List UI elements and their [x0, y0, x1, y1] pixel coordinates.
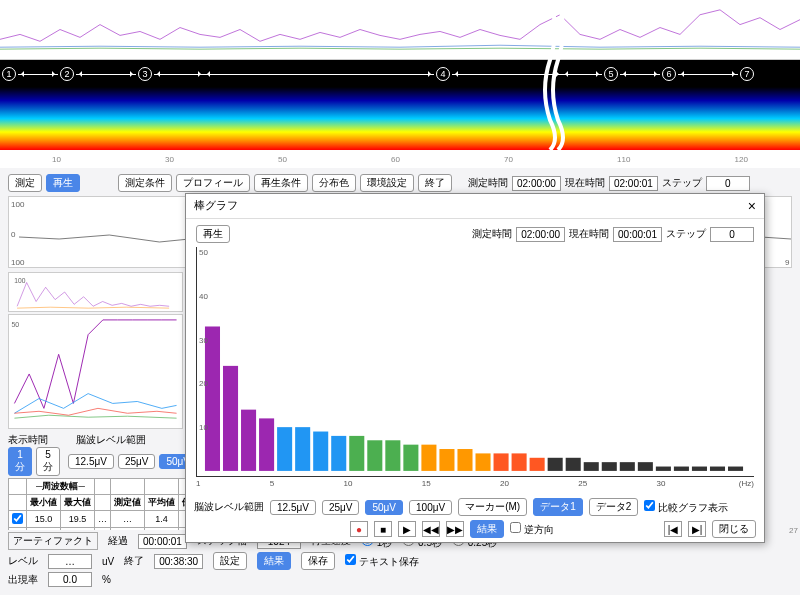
- modal-marker[interactable]: マーカー(M): [458, 498, 527, 516]
- btn-exit[interactable]: 終了: [418, 174, 452, 192]
- svg-text:0: 0: [11, 230, 16, 239]
- main-toolbar: 測定 再生 測定条件 プロフィール 再生条件 分布色 環境設定 終了 測定時間 …: [8, 172, 792, 194]
- modal-data2[interactable]: データ2: [589, 498, 639, 516]
- svg-rect-6: [205, 326, 220, 470]
- modal-title: 棒グラフ: [194, 198, 238, 214]
- svg-rect-27: [584, 462, 599, 471]
- marker-3: 3: [138, 67, 152, 81]
- next-icon[interactable]: ▶▶: [446, 521, 464, 537]
- break-wave-icon: [540, 0, 570, 150]
- svg-rect-9: [259, 418, 274, 471]
- btn-range-12[interactable]: 12.5μV: [68, 454, 114, 469]
- close-icon[interactable]: ×: [748, 198, 756, 214]
- svg-rect-13: [331, 436, 346, 471]
- spectrogram-markers: 1 2 3 4 5 6 7: [0, 64, 800, 84]
- tab-measure[interactable]: 測定: [8, 174, 42, 192]
- svg-text:40: 40: [199, 292, 208, 301]
- svg-rect-22: [494, 453, 509, 471]
- svg-rect-35: [728, 467, 743, 471]
- chart-lines-color: 50: [8, 314, 183, 429]
- modal-close-btn[interactable]: 閉じる: [712, 520, 756, 538]
- chk-textsave[interactable]: テキスト保存: [345, 554, 419, 569]
- stop-icon[interactable]: ■: [374, 521, 392, 537]
- lbl-measure-time: 測定時間: [468, 176, 508, 190]
- modal-step: 0: [710, 227, 754, 242]
- svg-rect-19: [439, 449, 454, 471]
- svg-rect-34: [710, 467, 725, 471]
- btn-range-25[interactable]: 25μV: [118, 454, 156, 469]
- lbl-step: ステップ: [662, 176, 702, 190]
- lbl-display-time: 表示時間: [8, 433, 48, 447]
- val-current-time: 02:00:01: [609, 176, 658, 191]
- btn-save[interactable]: 保存: [301, 552, 335, 570]
- svg-rect-16: [385, 440, 400, 471]
- svg-rect-25: [548, 458, 563, 471]
- svg-rect-30: [638, 462, 653, 471]
- svg-rect-32: [674, 467, 689, 471]
- modal-btn-playback[interactable]: 再生: [196, 225, 230, 243]
- btn-profile[interactable]: プロフィール: [176, 174, 250, 192]
- modal-range-25[interactable]: 25μV: [322, 500, 360, 515]
- chk-reverse[interactable]: 逆方向: [510, 522, 554, 537]
- btn-env[interactable]: 環境設定: [360, 174, 414, 192]
- play-icon[interactable]: ▶: [398, 521, 416, 537]
- modal-range-100[interactable]: 100μV: [409, 500, 452, 515]
- val-elapsed: 00:00:01: [138, 534, 187, 549]
- record-icon[interactable]: ●: [350, 521, 368, 537]
- val-step: 0: [706, 176, 750, 191]
- modal-result[interactable]: 結果: [470, 520, 504, 538]
- svg-rect-23: [512, 453, 527, 471]
- marker-2: 2: [60, 67, 74, 81]
- svg-text:100: 100: [11, 200, 25, 209]
- marker-6: 6: [662, 67, 676, 81]
- btn-1min[interactable]: 1分: [8, 447, 32, 476]
- modal-current-time: 00:00:01: [613, 227, 662, 242]
- svg-text:50: 50: [11, 321, 19, 328]
- skip-end-icon[interactable]: ▶|: [688, 521, 706, 537]
- bargraph-modal: 棒グラフ × 再生 測定時間 02:00:00 現在時間 00:00:01 ステ…: [185, 193, 765, 543]
- bar-chart: 5040302010: [196, 247, 754, 477]
- svg-rect-10: [277, 427, 292, 471]
- svg-rect-24: [530, 458, 545, 471]
- prev-icon[interactable]: ◀◀: [422, 521, 440, 537]
- skip-start-icon[interactable]: |◀: [664, 521, 682, 537]
- svg-rect-33: [692, 467, 707, 471]
- lbl-current-time: 現在時間: [565, 176, 605, 190]
- lbl-wave-range: 脳波レベル範囲: [76, 433, 146, 447]
- svg-rect-12: [313, 432, 328, 471]
- spectrogram-panel: 1 2 3 4 5 6 7: [0, 60, 800, 150]
- svg-rect-15: [367, 440, 382, 471]
- btn-dist[interactable]: 分布色: [312, 174, 356, 192]
- btn-set[interactable]: 設定: [213, 552, 247, 570]
- svg-rect-20: [457, 449, 472, 471]
- btn-conditions[interactable]: 測定条件: [118, 174, 172, 192]
- val-rate: 0.0: [48, 572, 92, 587]
- val-level: …: [48, 554, 92, 569]
- chk-compare[interactable]: 比較グラフ表示: [644, 500, 728, 515]
- svg-rect-21: [476, 453, 491, 471]
- lbl-artifact: アーティファクト: [8, 532, 98, 550]
- marker-5: 5: [604, 67, 618, 81]
- modal-measure-time: 02:00:00: [516, 227, 565, 242]
- modal-range-50[interactable]: 50μV: [365, 500, 403, 515]
- tab-playback[interactable]: 再生: [46, 174, 80, 192]
- val-measure-time: 02:00:00: [512, 176, 561, 191]
- svg-rect-14: [349, 436, 364, 471]
- svg-text:9: 9: [785, 258, 790, 267]
- svg-text:20: 20: [199, 379, 208, 388]
- marker-1: 1: [2, 67, 16, 81]
- modal-data1[interactable]: データ1: [533, 498, 583, 516]
- val-end: 00:38:30: [154, 554, 203, 569]
- btn-5min[interactable]: 5分: [36, 447, 60, 476]
- svg-rect-28: [602, 462, 617, 471]
- svg-text:50: 50: [199, 248, 208, 257]
- table-col: 測定値: [111, 495, 145, 511]
- btn-result-bottom[interactable]: 結果: [257, 552, 291, 570]
- row-checkbox[interactable]: [12, 513, 23, 524]
- btn-playcond[interactable]: 再生条件: [254, 174, 308, 192]
- chart-spectrum-small: 100: [8, 272, 183, 312]
- svg-rect-29: [620, 462, 635, 471]
- svg-rect-31: [656, 467, 671, 471]
- modal-range-12[interactable]: 12.5μV: [270, 500, 316, 515]
- svg-rect-7: [223, 366, 238, 471]
